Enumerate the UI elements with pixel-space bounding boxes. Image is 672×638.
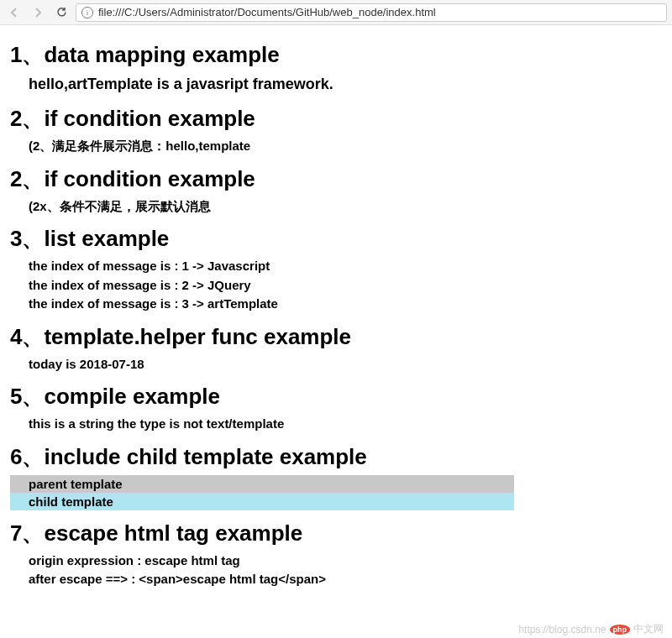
list-item: the index of message is : 1 -> Javascrip… (29, 257, 662, 276)
browser-toolbar: i file:///C:/Users/Administrator/Documen… (0, 0, 672, 25)
body-2b: (2x、条件不满足，展示默认消息 (29, 197, 662, 217)
body-2a: (2、满足条件展示消息：hello,template (29, 137, 662, 156)
body-5: this is a string the type is not text/te… (29, 415, 662, 434)
url-text: file:///C:/Users/Administrator/Documents… (98, 6, 436, 18)
heading-1: 1、data mapping example (10, 40, 662, 70)
list-item: the index of message is : 2 -> JQuery (29, 276, 662, 295)
parent-template-row: parent template (10, 475, 514, 493)
heading-6: 6、include child template example (10, 442, 662, 472)
reload-button[interactable] (52, 3, 71, 22)
address-bar[interactable]: i file:///C:/Users/Administrator/Documen… (76, 3, 667, 22)
heading-2b: 2、if condition example (10, 165, 662, 194)
body-4: today is 2018-07-18 (29, 355, 662, 374)
heading-3: 3、list example (10, 224, 662, 254)
heading-7: 7、escape html tag example (10, 519, 662, 548)
body-1: hello,artTemplate is a javasript framewo… (29, 73, 662, 96)
child-template-row: child template (10, 493, 514, 510)
heading-5: 5、compile example (10, 382, 662, 411)
forward-button[interactable] (29, 3, 47, 22)
watermark-text: 中文网 (633, 622, 664, 636)
watermark-url: https://blog.csdn.ne (518, 624, 606, 635)
body-7-line2: after escape ==> : <span>escape html tag… (29, 570, 662, 589)
watermark: https://blog.csdn.ne php 中文网 (518, 622, 664, 636)
php-badge-icon: php (610, 625, 631, 635)
heading-4: 4、template.helper func example (10, 322, 662, 352)
back-button[interactable] (5, 3, 24, 22)
body-7-line1: origin expression : escape html tag (29, 552, 662, 571)
heading-2a: 2、if condition example (10, 104, 662, 133)
list-item: the index of message is : 3 -> artTempla… (29, 295, 662, 314)
page-content: 1、data mapping example hello,artTemplate… (0, 25, 672, 596)
info-icon: i (81, 7, 93, 18)
